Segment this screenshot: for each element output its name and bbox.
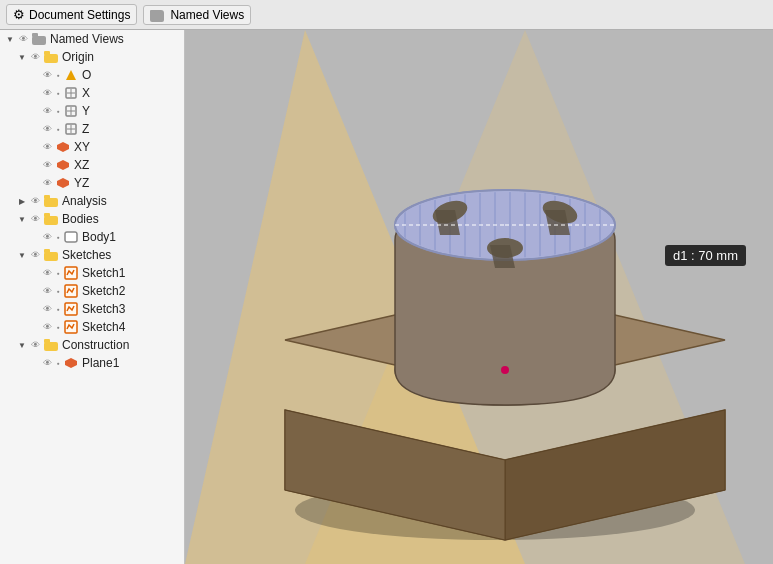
dot-body1: ● xyxy=(54,233,62,241)
toggle-sketch2 xyxy=(28,285,40,297)
svg-point-65 xyxy=(501,366,509,374)
label-bodies: Bodies xyxy=(62,212,99,226)
tree-item-bodies[interactable]: ▼👁Bodies xyxy=(0,210,184,228)
icon-origin xyxy=(43,50,59,64)
label-sketch3: Sketch3 xyxy=(82,302,125,316)
eye-icon-xz[interactable]: 👁 xyxy=(40,158,54,172)
svg-rect-20 xyxy=(44,213,50,217)
eye-icon-origin[interactable]: 👁 xyxy=(28,50,42,64)
svg-rect-29 xyxy=(44,339,50,343)
eye-icon-y[interactable]: 👁 xyxy=(40,104,54,118)
dot-z: ● xyxy=(54,125,62,133)
toggle-sketches[interactable]: ▼ xyxy=(16,249,28,261)
toggle-bodies[interactable]: ▼ xyxy=(16,213,28,225)
svg-marker-30 xyxy=(65,358,77,368)
toggle-analysis[interactable]: ▶ xyxy=(16,195,28,207)
label-x: X xyxy=(82,86,90,100)
eye-icon-xy[interactable]: 👁 xyxy=(40,140,54,154)
label-y: Y xyxy=(82,104,90,118)
viewport[interactable]: d1 : 70 mm xyxy=(185,30,773,564)
eye-icon-plane1[interactable]: 👁 xyxy=(40,356,54,370)
label-origin: Origin xyxy=(62,50,94,64)
gear-icon: ⚙ xyxy=(13,7,25,22)
icon-analysis xyxy=(43,194,59,208)
toggle-y xyxy=(28,105,40,117)
icon-sketch1 xyxy=(63,266,79,280)
svg-marker-4 xyxy=(66,70,76,80)
eye-icon-sketch4[interactable]: 👁 xyxy=(40,320,54,334)
eye-icon-analysis[interactable]: 👁 xyxy=(28,194,42,208)
label-body1: Body1 xyxy=(82,230,116,244)
icon-plane1 xyxy=(63,356,79,370)
eye-icon-z[interactable]: 👁 xyxy=(40,122,54,136)
tree-item-xz[interactable]: 👁XZ xyxy=(0,156,184,174)
icon-sketch4 xyxy=(63,320,79,334)
dot-sketch1: ● xyxy=(54,269,62,277)
tree-item-x[interactable]: 👁●X xyxy=(0,84,184,102)
eye-icon-sketch3[interactable]: 👁 xyxy=(40,302,54,316)
eye-icon-named-views[interactable]: 👁 xyxy=(16,32,30,46)
svg-rect-18 xyxy=(44,195,50,199)
icon-xy xyxy=(55,140,71,154)
svg-rect-22 xyxy=(44,252,58,261)
toggle-z xyxy=(28,123,40,135)
eye-icon-sketch2[interactable]: 👁 xyxy=(40,284,54,298)
label-xy: XY xyxy=(74,140,90,154)
toggle-yz xyxy=(28,177,40,189)
svg-rect-19 xyxy=(44,216,58,225)
dot-plane1: ● xyxy=(54,359,62,367)
svg-rect-23 xyxy=(44,249,50,253)
toggle-xy xyxy=(28,141,40,153)
dot-y: ● xyxy=(54,107,62,115)
tree-item-analysis[interactable]: ▶👁Analysis xyxy=(0,192,184,210)
eye-icon-bodies[interactable]: 👁 xyxy=(28,212,42,226)
toggle-named-views[interactable]: ▼ xyxy=(4,33,16,45)
label-named-views: Named Views xyxy=(50,32,124,46)
icon-yz xyxy=(55,176,71,190)
toggle-sketch1 xyxy=(28,267,40,279)
tree-item-sketch3[interactable]: 👁●Sketch3 xyxy=(0,300,184,318)
tree-item-o[interactable]: 👁●O xyxy=(0,66,184,84)
toggle-origin[interactable]: ▼ xyxy=(16,51,28,63)
tree-item-sketch1[interactable]: 👁●Sketch1 xyxy=(0,264,184,282)
tree-item-sketch4[interactable]: 👁●Sketch4 xyxy=(0,318,184,336)
folder-icon xyxy=(150,10,164,22)
icon-xz xyxy=(55,158,71,172)
doc-settings-button[interactable]: ⚙ Document Settings xyxy=(6,4,137,25)
eye-icon-o[interactable]: 👁 xyxy=(40,68,54,82)
eye-icon-x[interactable]: 👁 xyxy=(40,86,54,100)
tree-item-sketches[interactable]: ▼👁Sketches xyxy=(0,246,184,264)
dot-x: ● xyxy=(54,89,62,97)
tree-item-y[interactable]: 👁●Y xyxy=(0,102,184,120)
svg-rect-2 xyxy=(44,54,58,63)
toggle-construction[interactable]: ▼ xyxy=(16,339,28,351)
icon-bodies xyxy=(43,212,59,226)
label-sketch4: Sketch4 xyxy=(82,320,125,334)
icon-o xyxy=(63,68,79,82)
dot-o: ● xyxy=(54,71,62,79)
toggle-plane1 xyxy=(28,357,40,369)
tree-item-plane1[interactable]: 👁●Plane1 xyxy=(0,354,184,372)
label-analysis: Analysis xyxy=(62,194,107,208)
tree-item-named-views[interactable]: ▼👁Named Views xyxy=(0,30,184,48)
eye-icon-sketches[interactable]: 👁 xyxy=(28,248,42,262)
label-sketches: Sketches xyxy=(62,248,111,262)
named-views-button[interactable]: Named Views xyxy=(143,5,251,25)
svg-marker-15 xyxy=(57,160,69,170)
eye-icon-sketch1[interactable]: 👁 xyxy=(40,266,54,280)
tree-item-xy[interactable]: 👁XY xyxy=(0,138,184,156)
tree-item-sketch2[interactable]: 👁●Sketch2 xyxy=(0,282,184,300)
icon-x xyxy=(63,86,79,100)
eye-icon-body1[interactable]: 👁 xyxy=(40,230,54,244)
tree-item-construction[interactable]: ▼👁Construction xyxy=(0,336,184,354)
label-xz: XZ xyxy=(74,158,89,172)
tree-item-z[interactable]: 👁●Z xyxy=(0,120,184,138)
icon-body1 xyxy=(63,230,79,244)
svg-rect-1 xyxy=(32,33,38,37)
svg-marker-16 xyxy=(57,178,69,188)
tree-item-origin[interactable]: ▼👁Origin xyxy=(0,48,184,66)
tree-item-yz[interactable]: 👁YZ xyxy=(0,174,184,192)
tree-item-body1[interactable]: 👁●Body1 xyxy=(0,228,184,246)
eye-icon-yz[interactable]: 👁 xyxy=(40,176,54,190)
eye-icon-construction[interactable]: 👁 xyxy=(28,338,42,352)
